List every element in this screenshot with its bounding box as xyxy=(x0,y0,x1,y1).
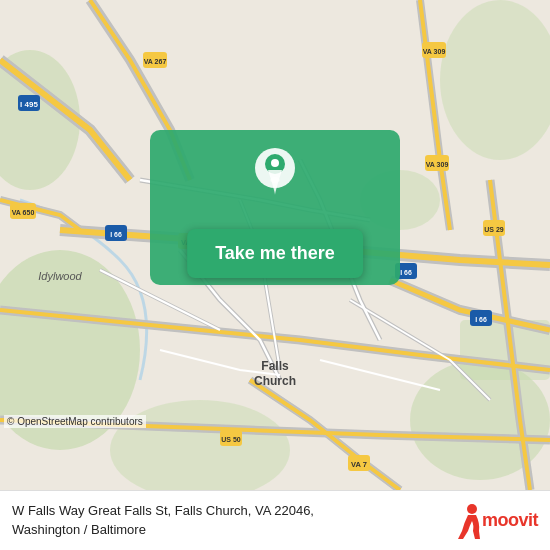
svg-point-41 xyxy=(271,159,279,167)
svg-text:Idylwood: Idylwood xyxy=(38,270,82,282)
svg-text:VA 309: VA 309 xyxy=(426,161,449,168)
svg-text:I 66: I 66 xyxy=(475,316,487,323)
moovit-brand-name: moovit xyxy=(482,510,538,531)
address-text: W Falls Way Great Falls St, Falls Church… xyxy=(12,502,450,538)
svg-text:Falls: Falls xyxy=(261,359,289,373)
take-me-there-button[interactable]: Take me there xyxy=(187,229,363,278)
svg-text:US 50: US 50 xyxy=(221,436,241,443)
svg-text:VA 650: VA 650 xyxy=(12,209,35,216)
map-container: I 495 I 66 I 66 I 66 I 66 VA 267 VA 309 … xyxy=(0,0,550,490)
svg-text:VA 309: VA 309 xyxy=(423,48,446,55)
svg-text:US 29: US 29 xyxy=(484,226,504,233)
svg-text:I 495: I 495 xyxy=(20,100,38,109)
svg-text:VA 267: VA 267 xyxy=(144,58,167,65)
moovit-icon xyxy=(450,503,482,539)
info-bar: W Falls Way Great Falls St, Falls Church… xyxy=(0,490,550,550)
svg-point-42 xyxy=(467,504,477,514)
svg-text:VA 7: VA 7 xyxy=(351,460,367,469)
svg-text:I 66: I 66 xyxy=(400,269,412,276)
svg-text:I 66: I 66 xyxy=(110,231,122,238)
svg-text:Church: Church xyxy=(254,374,296,388)
moovit-logo: moovit xyxy=(450,503,538,539)
osm-attribution: © OpenStreetMap contributors xyxy=(4,415,146,428)
